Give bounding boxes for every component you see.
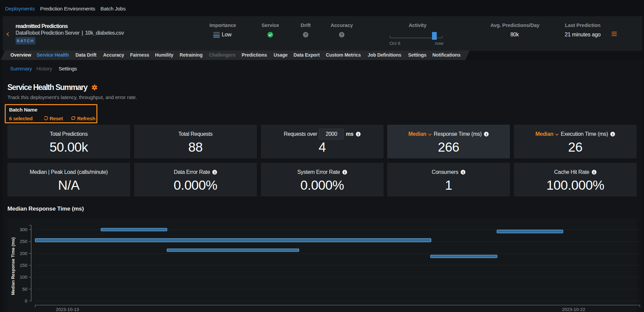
svg-text:250: 250 (20, 239, 27, 244)
svg-text:300: 300 (20, 227, 27, 232)
svg-text:150: 150 (20, 263, 27, 268)
svg-text:0: 0 (25, 299, 27, 304)
svg-text:?: ? (305, 33, 307, 37)
svg-text:2023-10-22: 2023-10-22 (562, 307, 585, 312)
svg-text:2023-10-13: 2023-10-13 (56, 307, 79, 312)
svg-text:Median Response Time (ms): Median Response Time (ms) (11, 237, 16, 295)
svg-text:50: 50 (22, 287, 27, 292)
svg-text:100: 100 (20, 275, 27, 280)
svg-text:200: 200 (20, 251, 27, 256)
svg-text:?: ? (341, 33, 343, 37)
